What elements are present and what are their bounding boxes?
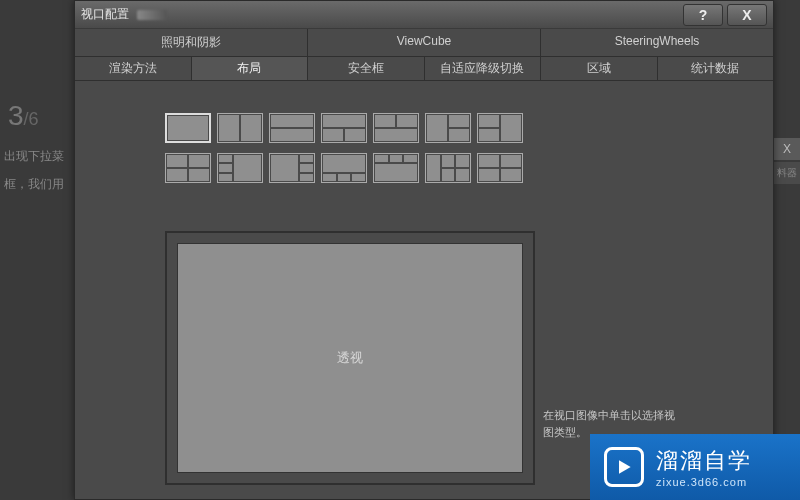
tab-rendering-method[interactable]: 渲染方法 — [75, 57, 191, 80]
tab-steeringwheels[interactable]: SteeringWheels — [540, 29, 773, 56]
watermark-play-icon — [604, 447, 644, 487]
layout-thumb-2row[interactable] — [269, 113, 315, 143]
layout-thumb-2col[interactable] — [217, 113, 263, 143]
layout-thumb-single[interactable] — [165, 113, 211, 143]
step-current: 3 — [8, 100, 24, 131]
layout-thumb-3left1right[interactable] — [217, 153, 263, 183]
watermark-url: zixue.3d66.com — [656, 476, 752, 488]
layout-thumbnail-grid — [165, 113, 523, 183]
bg-panel-label: 料器 — [774, 162, 800, 184]
tab-viewcube[interactable]: ViewCube — [307, 29, 540, 56]
dialog-titlebar[interactable]: 视口配置 ? X — [75, 1, 773, 29]
layout-thumb-wide-b[interactable] — [477, 153, 523, 183]
help-icon: ? — [699, 7, 708, 23]
layout-preview-viewport[interactable]: 透视 — [177, 243, 523, 473]
tab-safe-frames[interactable]: 安全框 — [307, 57, 424, 80]
watermark-banner: 溜溜自学 zixue.3d66.com — [590, 434, 800, 500]
svg-marker-0 — [619, 460, 631, 473]
layout-preview-frame: 透视 — [165, 231, 535, 485]
layout-thumb-wide-a[interactable] — [425, 153, 471, 183]
titlebar-blur-decoration — [137, 10, 167, 20]
layout-thumb-quad[interactable] — [165, 153, 211, 183]
layout-thumb-3top1bot[interactable] — [373, 153, 419, 183]
bg-text-line-1: 出现下拉菜 — [4, 148, 64, 165]
watermark-text: 溜溜自学 zixue.3d66.com — [656, 446, 752, 488]
tabs-primary: 照明和阴影 ViewCube SteeringWheels — [75, 29, 773, 57]
layout-thumb-2left1right[interactable] — [477, 113, 523, 143]
thumb-row-2 — [165, 153, 523, 183]
close-button[interactable]: X — [727, 4, 767, 26]
layout-thumb-2top1bot[interactable] — [373, 113, 419, 143]
watermark-brand: 溜溜自学 — [656, 446, 752, 476]
tabs-secondary: 渲染方法 布局 安全框 自适应降级切换 区域 统计数据 — [75, 57, 773, 81]
bg-panel-close[interactable]: X — [774, 138, 800, 160]
tab-lighting-shadows[interactable]: 照明和阴影 — [75, 29, 307, 56]
layout-thumb-1left3right[interactable] — [269, 153, 315, 183]
tab-regions[interactable]: 区域 — [540, 57, 657, 80]
thumb-row-1 — [165, 113, 523, 143]
dialog-title: 视口配置 — [81, 6, 129, 23]
layout-thumb-1top3bot[interactable] — [321, 153, 367, 183]
close-icon: X — [742, 7, 751, 23]
viewport-config-dialog: 视口配置 ? X 照明和阴影 ViewCube SteeringWheels 渲… — [74, 0, 774, 500]
layout-thumb-1top2bot[interactable] — [321, 113, 367, 143]
tab-layout[interactable]: 布局 — [191, 57, 308, 80]
help-button[interactable]: ? — [683, 4, 723, 26]
tab-statistics[interactable]: 统计数据 — [657, 57, 774, 80]
preview-view-name: 透视 — [337, 349, 363, 367]
bg-text-line-2: 框，我们用 — [4, 176, 64, 193]
layout-thumb-1left2right[interactable] — [425, 113, 471, 143]
step-total: /6 — [24, 109, 39, 129]
tab-adaptive-degradation[interactable]: 自适应降级切换 — [424, 57, 541, 80]
step-indicator: 3/6 — [8, 100, 39, 132]
